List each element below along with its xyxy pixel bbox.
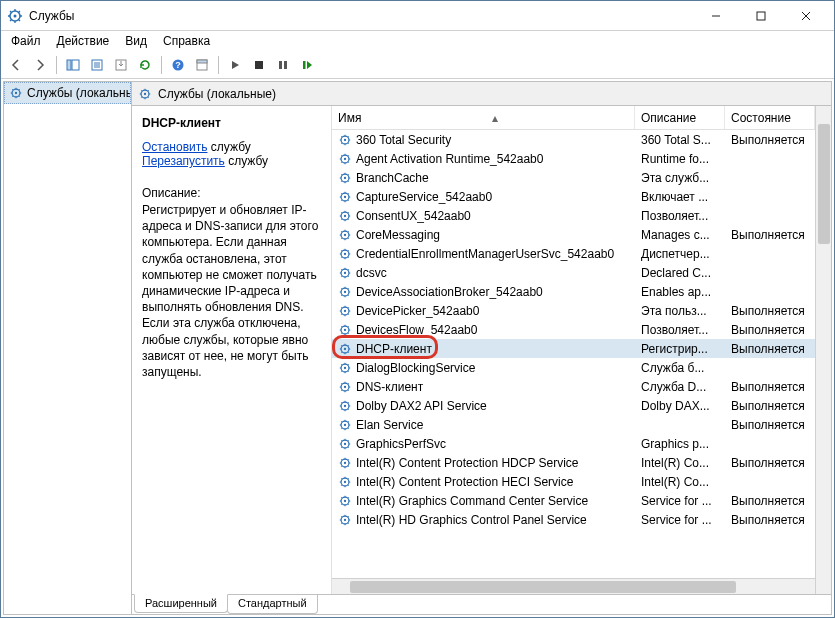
svg-point-54 (344, 461, 346, 463)
service-row[interactable]: Dolby DAX2 API ServiceDolby DAX...Выполн… (332, 396, 815, 415)
refresh-button[interactable] (134, 54, 156, 76)
horizontal-scrollbar[interactable] (332, 578, 815, 594)
export-button[interactable] (110, 54, 132, 76)
service-name: GraphicsPerfSvc (356, 437, 446, 451)
menu-file[interactable]: Файл (5, 32, 47, 50)
column-header-description[interactable]: Описание (635, 106, 725, 129)
gear-icon (338, 342, 352, 356)
service-description: Service for ... (635, 494, 725, 508)
service-description: Эта польз... (635, 304, 725, 318)
svg-rect-13 (284, 61, 287, 69)
service-row[interactable]: Intel(R) Content Protection HDCP Service… (332, 453, 815, 472)
view-tabs: Расширенный Стандартный (132, 594, 831, 614)
svg-point-18 (144, 92, 146, 94)
gear-icon (338, 380, 352, 394)
service-description: 360 Total S... (635, 133, 725, 147)
menu-view[interactable]: Вид (119, 32, 153, 50)
pause-service-button[interactable] (272, 54, 294, 76)
column-header-state[interactable]: Состояние (725, 106, 815, 129)
gear-icon (338, 152, 352, 166)
service-row[interactable]: ConsentUX_542aab0Позволяет... (332, 206, 815, 225)
properties-sheet-button[interactable] (191, 54, 213, 76)
selected-service-name: DHCP-клиент (142, 116, 321, 130)
description-text: Регистрирует и обновляет IP-адреса и DNS… (142, 202, 321, 380)
service-name: DNS-клиент (356, 380, 423, 394)
services-list-pane: Имя ▴ Описание Состояние 360 Total Secur… (332, 106, 831, 594)
show-hide-tree-button[interactable] (62, 54, 84, 76)
content-area: Службы (локальные) Службы (локальные) DH… (3, 81, 832, 615)
service-row[interactable]: CoreMessagingManages c...Выполняется (332, 225, 815, 244)
service-name: Elan Service (356, 418, 423, 432)
service-row[interactable]: DHCP-клиентРегистрир...Выполняется (332, 339, 815, 358)
service-row[interactable]: DialogBlockingServiceСлужба б... (332, 358, 815, 377)
menu-action[interactable]: Действие (51, 32, 116, 50)
service-row[interactable]: Intel(R) Graphics Command Center Service… (332, 491, 815, 510)
gear-icon (9, 86, 23, 100)
maximize-button[interactable] (738, 2, 783, 30)
vertical-scrollbar[interactable] (815, 106, 831, 594)
service-name: Agent Activation Runtime_542aab0 (356, 152, 543, 166)
service-row[interactable]: DNS-клиентСлужба D...Выполняется (332, 377, 815, 396)
gear-icon (338, 513, 352, 527)
service-description: Регистрир... (635, 342, 725, 356)
svg-point-30 (344, 233, 346, 235)
gear-icon (338, 190, 352, 204)
svg-point-58 (344, 499, 346, 501)
tree-node-services-local[interactable]: Службы (локальные) (4, 82, 131, 104)
forward-button[interactable] (29, 54, 51, 76)
service-name: Intel(R) Content Protection HDCP Service (356, 456, 579, 470)
gear-icon (338, 171, 352, 185)
service-row[interactable]: DevicesFlow_542aab0Позволяет...Выполняет… (332, 320, 815, 339)
service-name: dcsvc (356, 266, 387, 280)
service-description: Служба б... (635, 361, 725, 375)
service-state: Выполняется (725, 133, 815, 147)
svg-text:?: ? (175, 60, 181, 70)
start-service-button[interactable] (224, 54, 246, 76)
restart-service-link[interactable]: Перезапустить (142, 154, 225, 168)
svg-point-34 (344, 271, 346, 273)
svg-point-48 (344, 404, 346, 406)
service-row[interactable]: DeviceAssociationBroker_542aab0Enables a… (332, 282, 815, 301)
column-header-name[interactable]: Имя ▴ (332, 106, 635, 129)
svg-point-28 (344, 214, 346, 216)
gear-icon (338, 418, 352, 432)
svg-point-42 (344, 347, 346, 349)
gear-icon (338, 456, 352, 470)
minimize-button[interactable] (693, 2, 738, 30)
properties-button[interactable] (86, 54, 108, 76)
service-row[interactable]: 360 Total Security360 Total S...Выполняе… (332, 130, 815, 149)
menu-help[interactable]: Справка (157, 32, 216, 50)
service-row[interactable]: Elan ServiceВыполняется (332, 415, 815, 434)
tab-standard[interactable]: Стандартный (227, 595, 318, 614)
tab-extended[interactable]: Расширенный (134, 594, 228, 613)
service-row[interactable]: dcsvcDeclared C... (332, 263, 815, 282)
back-button[interactable] (5, 54, 27, 76)
stop-service-button[interactable] (248, 54, 270, 76)
service-row[interactable]: GraphicsPerfSvcGraphics p... (332, 434, 815, 453)
stop-service-link[interactable]: Остановить (142, 140, 208, 154)
help-button[interactable]: ? (167, 54, 189, 76)
service-row[interactable]: Intel(R) Content Protection HECI Service… (332, 472, 815, 491)
service-name: Dolby DAX2 API Service (356, 399, 487, 413)
close-button[interactable] (783, 2, 828, 30)
service-row[interactable]: CredentialEnrollmentManagerUserSvc_542aa… (332, 244, 815, 263)
gear-icon (338, 304, 352, 318)
service-name: DevicesFlow_542aab0 (356, 323, 477, 337)
service-row[interactable]: Agent Activation Runtime_542aab0Runtime … (332, 149, 815, 168)
svg-point-38 (344, 309, 346, 311)
svg-point-24 (344, 176, 346, 178)
service-row[interactable]: Intel(R) HD Graphics Control Panel Servi… (332, 510, 815, 529)
svg-point-56 (344, 480, 346, 482)
restart-service-button[interactable] (296, 54, 318, 76)
service-row[interactable]: CaptureService_542aab0Включает ... (332, 187, 815, 206)
toolbar-separator (218, 56, 219, 74)
service-description: Service for ... (635, 513, 725, 527)
service-state: Выполняется (725, 380, 815, 394)
service-state: Выполняется (725, 418, 815, 432)
service-name: CaptureService_542aab0 (356, 190, 492, 204)
gear-icon (338, 494, 352, 508)
service-row[interactable]: DevicePicker_542aab0Эта польз...Выполняе… (332, 301, 815, 320)
toolbar-separator (161, 56, 162, 74)
service-row[interactable]: BranchCacheЭта служб... (332, 168, 815, 187)
service-state: Выполняется (725, 342, 815, 356)
